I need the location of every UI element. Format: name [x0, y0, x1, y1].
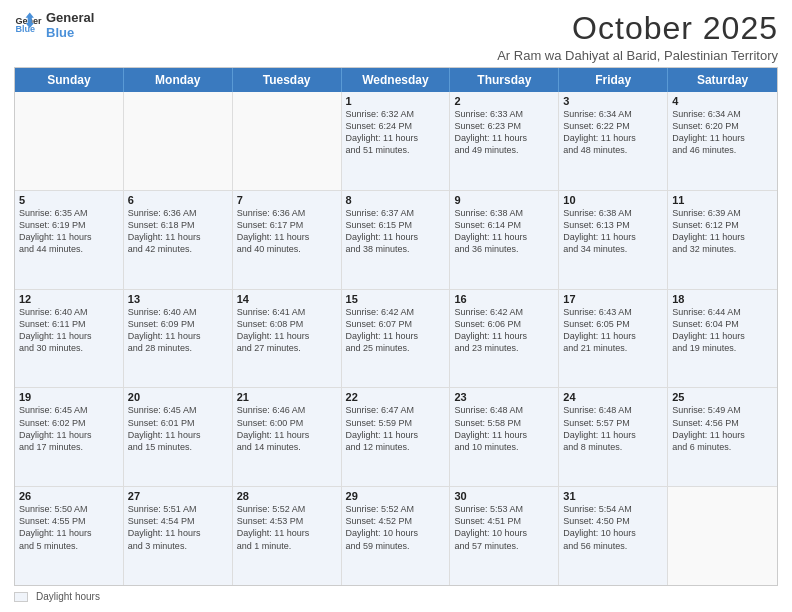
cal-cell — [124, 92, 233, 190]
cal-cell — [233, 92, 342, 190]
page: General Blue General Blue October 2025 A… — [0, 0, 792, 612]
cal-cell: 20Sunrise: 6:45 AM Sunset: 6:01 PM Dayli… — [124, 388, 233, 486]
day-info: Sunrise: 6:42 AM Sunset: 6:06 PM Dayligh… — [454, 306, 554, 355]
day-info: Sunrise: 6:35 AM Sunset: 6:19 PM Dayligh… — [19, 207, 119, 256]
day-info: Sunrise: 6:47 AM Sunset: 5:59 PM Dayligh… — [346, 404, 446, 453]
day-number: 29 — [346, 490, 446, 502]
cal-cell: 5Sunrise: 6:35 AM Sunset: 6:19 PM Daylig… — [15, 191, 124, 289]
day-info: Sunrise: 5:52 AM Sunset: 4:53 PM Dayligh… — [237, 503, 337, 552]
day-info: Sunrise: 6:48 AM Sunset: 5:58 PM Dayligh… — [454, 404, 554, 453]
cal-cell: 16Sunrise: 6:42 AM Sunset: 6:06 PM Dayli… — [450, 290, 559, 388]
day-number: 30 — [454, 490, 554, 502]
title-block: October 2025 Ar Ram wa Dahiyat al Barid,… — [497, 10, 778, 63]
cal-cell: 3Sunrise: 6:34 AM Sunset: 6:22 PM Daylig… — [559, 92, 668, 190]
day-info: Sunrise: 6:43 AM Sunset: 6:05 PM Dayligh… — [563, 306, 663, 355]
day-number: 20 — [128, 391, 228, 403]
cal-cell: 1Sunrise: 6:32 AM Sunset: 6:24 PM Daylig… — [342, 92, 451, 190]
logo-line2: Blue — [46, 25, 94, 40]
cal-cell: 29Sunrise: 5:52 AM Sunset: 4:52 PM Dayli… — [342, 487, 451, 585]
day-info: Sunrise: 6:48 AM Sunset: 5:57 PM Dayligh… — [563, 404, 663, 453]
cal-cell: 25Sunrise: 5:49 AM Sunset: 4:56 PM Dayli… — [668, 388, 777, 486]
day-number: 12 — [19, 293, 119, 305]
cal-cell: 10Sunrise: 6:38 AM Sunset: 6:13 PM Dayli… — [559, 191, 668, 289]
day-info: Sunrise: 6:34 AM Sunset: 6:20 PM Dayligh… — [672, 108, 773, 157]
header-cell-monday: Monday — [124, 68, 233, 92]
day-number: 14 — [237, 293, 337, 305]
cal-cell: 9Sunrise: 6:38 AM Sunset: 6:14 PM Daylig… — [450, 191, 559, 289]
day-info: Sunrise: 6:32 AM Sunset: 6:24 PM Dayligh… — [346, 108, 446, 157]
cal-cell: 7Sunrise: 6:36 AM Sunset: 6:17 PM Daylig… — [233, 191, 342, 289]
day-number: 18 — [672, 293, 773, 305]
day-info: Sunrise: 6:41 AM Sunset: 6:08 PM Dayligh… — [237, 306, 337, 355]
logo-icon: General Blue — [14, 11, 42, 39]
day-number: 1 — [346, 95, 446, 107]
day-number: 27 — [128, 490, 228, 502]
cal-week-2: 5Sunrise: 6:35 AM Sunset: 6:19 PM Daylig… — [15, 191, 777, 290]
cal-week-5: 26Sunrise: 5:50 AM Sunset: 4:55 PM Dayli… — [15, 487, 777, 585]
day-number: 24 — [563, 391, 663, 403]
day-info: Sunrise: 5:49 AM Sunset: 4:56 PM Dayligh… — [672, 404, 773, 453]
legend-box — [14, 592, 28, 602]
day-info: Sunrise: 6:38 AM Sunset: 6:13 PM Dayligh… — [563, 207, 663, 256]
cal-cell: 6Sunrise: 6:36 AM Sunset: 6:18 PM Daylig… — [124, 191, 233, 289]
day-info: Sunrise: 6:37 AM Sunset: 6:15 PM Dayligh… — [346, 207, 446, 256]
logo-line1: General — [46, 10, 94, 25]
cal-cell: 21Sunrise: 6:46 AM Sunset: 6:00 PM Dayli… — [233, 388, 342, 486]
day-info: Sunrise: 6:40 AM Sunset: 6:09 PM Dayligh… — [128, 306, 228, 355]
day-info: Sunrise: 6:36 AM Sunset: 6:18 PM Dayligh… — [128, 207, 228, 256]
cal-cell: 8Sunrise: 6:37 AM Sunset: 6:15 PM Daylig… — [342, 191, 451, 289]
day-info: Sunrise: 5:51 AM Sunset: 4:54 PM Dayligh… — [128, 503, 228, 552]
day-number: 26 — [19, 490, 119, 502]
day-info: Sunrise: 6:40 AM Sunset: 6:11 PM Dayligh… — [19, 306, 119, 355]
cal-cell: 28Sunrise: 5:52 AM Sunset: 4:53 PM Dayli… — [233, 487, 342, 585]
day-number: 11 — [672, 194, 773, 206]
day-number: 6 — [128, 194, 228, 206]
day-number: 7 — [237, 194, 337, 206]
day-info: Sunrise: 6:39 AM Sunset: 6:12 PM Dayligh… — [672, 207, 773, 256]
cal-cell — [668, 487, 777, 585]
day-info: Sunrise: 6:45 AM Sunset: 6:01 PM Dayligh… — [128, 404, 228, 453]
cal-cell: 11Sunrise: 6:39 AM Sunset: 6:12 PM Dayli… — [668, 191, 777, 289]
day-info: Sunrise: 6:46 AM Sunset: 6:00 PM Dayligh… — [237, 404, 337, 453]
day-number: 19 — [19, 391, 119, 403]
cal-week-1: 1Sunrise: 6:32 AM Sunset: 6:24 PM Daylig… — [15, 92, 777, 191]
day-info: Sunrise: 5:54 AM Sunset: 4:50 PM Dayligh… — [563, 503, 663, 552]
cal-cell: 23Sunrise: 6:48 AM Sunset: 5:58 PM Dayli… — [450, 388, 559, 486]
day-number: 3 — [563, 95, 663, 107]
cal-cell: 19Sunrise: 6:45 AM Sunset: 6:02 PM Dayli… — [15, 388, 124, 486]
day-number: 23 — [454, 391, 554, 403]
day-info: Sunrise: 6:33 AM Sunset: 6:23 PM Dayligh… — [454, 108, 554, 157]
svg-text:Blue: Blue — [15, 24, 35, 34]
day-number: 22 — [346, 391, 446, 403]
day-number: 31 — [563, 490, 663, 502]
cal-cell: 15Sunrise: 6:42 AM Sunset: 6:07 PM Dayli… — [342, 290, 451, 388]
day-info: Sunrise: 6:34 AM Sunset: 6:22 PM Dayligh… — [563, 108, 663, 157]
day-number: 9 — [454, 194, 554, 206]
cal-cell: 30Sunrise: 5:53 AM Sunset: 4:51 PM Dayli… — [450, 487, 559, 585]
cal-cell: 13Sunrise: 6:40 AM Sunset: 6:09 PM Dayli… — [124, 290, 233, 388]
header-cell-tuesday: Tuesday — [233, 68, 342, 92]
logo: General Blue General Blue — [14, 10, 94, 40]
day-info: Sunrise: 6:42 AM Sunset: 6:07 PM Dayligh… — [346, 306, 446, 355]
day-number: 21 — [237, 391, 337, 403]
day-number: 5 — [19, 194, 119, 206]
day-number: 10 — [563, 194, 663, 206]
day-number: 2 — [454, 95, 554, 107]
subtitle: Ar Ram wa Dahiyat al Barid, Palestinian … — [497, 48, 778, 63]
day-number: 16 — [454, 293, 554, 305]
day-number: 25 — [672, 391, 773, 403]
day-info: Sunrise: 5:50 AM Sunset: 4:55 PM Dayligh… — [19, 503, 119, 552]
cal-cell: 2Sunrise: 6:33 AM Sunset: 6:23 PM Daylig… — [450, 92, 559, 190]
cal-week-4: 19Sunrise: 6:45 AM Sunset: 6:02 PM Dayli… — [15, 388, 777, 487]
calendar-header: SundayMondayTuesdayWednesdayThursdayFrid… — [15, 68, 777, 92]
day-number: 8 — [346, 194, 446, 206]
day-info: Sunrise: 5:52 AM Sunset: 4:52 PM Dayligh… — [346, 503, 446, 552]
day-info: Sunrise: 6:36 AM Sunset: 6:17 PM Dayligh… — [237, 207, 337, 256]
header-cell-saturday: Saturday — [668, 68, 777, 92]
cal-cell: 18Sunrise: 6:44 AM Sunset: 6:04 PM Dayli… — [668, 290, 777, 388]
day-number: 17 — [563, 293, 663, 305]
cal-cell: 26Sunrise: 5:50 AM Sunset: 4:55 PM Dayli… — [15, 487, 124, 585]
calendar-body: 1Sunrise: 6:32 AM Sunset: 6:24 PM Daylig… — [15, 92, 777, 585]
day-number: 15 — [346, 293, 446, 305]
day-number: 13 — [128, 293, 228, 305]
